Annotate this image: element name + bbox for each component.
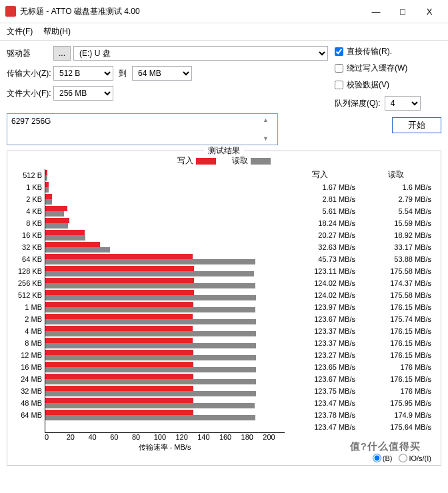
- bar-row: [45, 193, 285, 205]
- read-bar: [45, 391, 256, 396]
- read-bar: [45, 319, 256, 324]
- description-box[interactable]: 6297 256G ▲▼: [7, 113, 278, 145]
- x-tick: 0: [45, 433, 67, 441]
- bar-row: [45, 217, 285, 229]
- read-value: 33.17 MB/s: [361, 241, 431, 253]
- write-bar: [45, 302, 193, 307]
- bar-row: [45, 397, 285, 409]
- chart-title: 测试结果: [204, 145, 244, 157]
- y-tick: 512 B: [11, 169, 42, 181]
- write-bar: [45, 350, 193, 355]
- write-value: 1.67 MB/s: [285, 181, 355, 193]
- read-value: 5.54 MB/s: [361, 205, 431, 217]
- read-value: 175.74 MB/s: [361, 313, 431, 325]
- unit-iops-radio[interactable]: IO/s/(I): [399, 454, 431, 462]
- write-bar: [45, 194, 52, 199]
- x-tick: 60: [110, 433, 132, 441]
- y-tick: 48 MB: [11, 397, 42, 409]
- write-value: 45.73 MB/s: [285, 253, 355, 265]
- x-tick: 200: [263, 433, 285, 441]
- app-icon: [5, 6, 16, 17]
- bypass-cache-checkbox[interactable]: 绕过写入缓存(W): [335, 63, 441, 74]
- read-value: 174.9 MB/s: [361, 409, 431, 421]
- read-value: 175.58 MB/s: [361, 289, 431, 301]
- read-value: 176.15 MB/s: [361, 325, 431, 337]
- bar-row: [45, 241, 285, 253]
- drive-label: 驱动器: [7, 48, 53, 59]
- x-tick: 160: [219, 433, 241, 441]
- y-tick: 8 MB: [11, 337, 42, 349]
- bar-row: [45, 325, 285, 337]
- queue-depth-label: 队列深度(Q):: [335, 98, 381, 109]
- read-value: 176 MB/s: [361, 361, 431, 373]
- menu-file[interactable]: 文件(F): [7, 26, 33, 37]
- read-value: 175.58 MB/s: [361, 265, 431, 277]
- write-bar: [45, 254, 193, 259]
- write-value: 123.47 MB/s: [285, 421, 355, 433]
- close-button[interactable]: X: [416, 4, 443, 19]
- start-button[interactable]: 开始: [392, 117, 441, 133]
- bar-row: [45, 337, 285, 349]
- y-tick: 256 KB: [11, 277, 42, 289]
- y-axis-labels: 512 B1 KB2 KB4 KB8 KB16 KB32 KB64 KB128 …: [11, 169, 45, 433]
- write-value: 2.81 MB/s: [285, 193, 355, 205]
- read-bar: [45, 403, 255, 408]
- write-value: 123.27 MB/s: [285, 349, 355, 361]
- x-axis-ticks: 020406080100120140160180200: [45, 433, 285, 441]
- x-tick: 100: [154, 433, 176, 441]
- write-bar: [45, 314, 193, 319]
- y-tick: 16 MB: [11, 361, 42, 373]
- write-bar: [45, 326, 193, 331]
- legend-read-swatch: [251, 158, 271, 165]
- maximize-button[interactable]: □: [389, 4, 416, 19]
- read-value: 175.64 MB/s: [361, 421, 431, 433]
- write-value: 123.78 MB/s: [285, 409, 355, 421]
- read-bar: [45, 235, 85, 241]
- read-bar: [45, 211, 64, 217]
- file-size-select[interactable]: 256 MB: [53, 86, 113, 101]
- write-value: 123.65 MB/s: [285, 361, 355, 373]
- watermark: 值?什么值得买: [350, 440, 421, 453]
- minimize-button[interactable]: —: [363, 4, 389, 19]
- bar-row: [45, 313, 285, 325]
- write-bar: [45, 266, 194, 271]
- x-tick: 120: [175, 433, 197, 441]
- scroll-buttons[interactable]: ▲▼: [263, 117, 273, 142]
- read-bar: [45, 331, 256, 336]
- write-value: 123.67 MB/s: [285, 313, 355, 325]
- x-tick: 20: [67, 433, 89, 441]
- legend-read-label: 读取: [232, 155, 248, 167]
- transfer-from-select[interactable]: 512 B: [53, 66, 113, 81]
- read-bar: [45, 367, 256, 372]
- drive-select[interactable]: (E:) U 盘: [73, 46, 328, 61]
- y-tick: 64 KB: [11, 253, 42, 265]
- write-value: 123.11 MB/s: [285, 265, 355, 277]
- direct-io-checkbox[interactable]: 直接传输(R).: [335, 46, 441, 57]
- y-tick: 16 KB: [11, 229, 42, 241]
- file-size-label: 文件大小(F):: [7, 88, 53, 99]
- menubar: 文件(F) 帮助(H): [0, 23, 448, 41]
- verify-data-checkbox[interactable]: 校验数据(V): [335, 79, 441, 91]
- read-bar: [45, 415, 255, 420]
- write-bar: [45, 386, 193, 391]
- write-bar: [45, 206, 67, 211]
- bar-row: [45, 301, 285, 313]
- bar-row: [45, 361, 285, 373]
- queue-depth-select[interactable]: 4: [385, 96, 421, 111]
- y-tick: 4 MB: [11, 325, 42, 337]
- bar-row: [45, 409, 285, 421]
- menu-help[interactable]: 帮助(H): [43, 26, 71, 37]
- bar-row: [45, 169, 285, 181]
- unit-mbps-radio[interactable]: (B): [373, 454, 393, 462]
- write-value: 124.02 MB/s: [285, 289, 355, 301]
- write-bar: [45, 218, 69, 223]
- transfer-to-select[interactable]: 64 MB: [132, 66, 192, 81]
- browse-button[interactable]: ...: [53, 46, 71, 61]
- read-value: 1.6 MB/s: [361, 181, 431, 193]
- description-text[interactable]: 6297 256G: [11, 117, 263, 142]
- bar-row: [45, 253, 285, 265]
- y-tick: 512 KB: [11, 289, 42, 301]
- read-bar: [45, 247, 110, 252]
- bar-row: [45, 349, 285, 361]
- write-value: 20.27 MB/s: [285, 229, 355, 241]
